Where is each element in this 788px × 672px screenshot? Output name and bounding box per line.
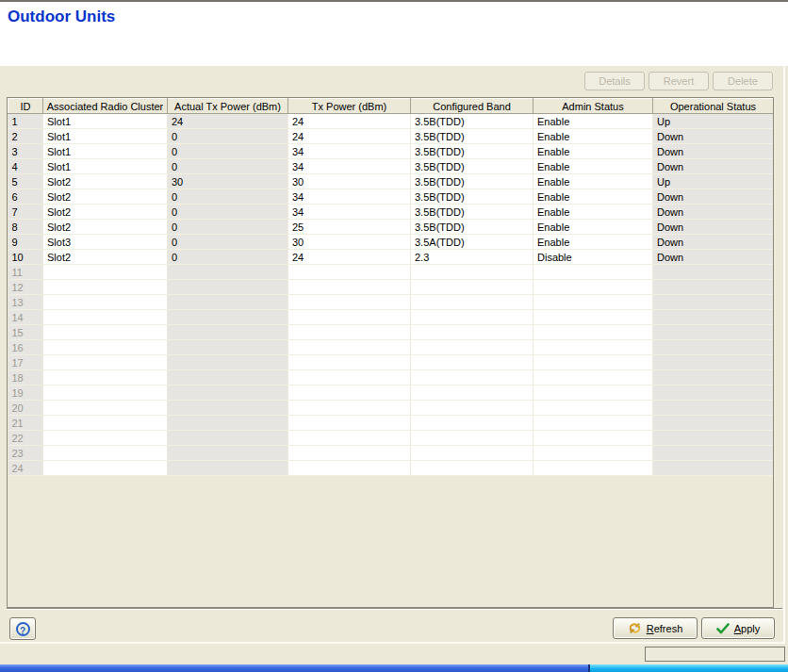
table-row[interactable]: 20	[8, 401, 774, 416]
cell-actual-tx-power[interactable]: 0	[168, 220, 288, 235]
cell-tx-power[interactable]: 25	[288, 220, 411, 235]
cell-id[interactable]: 9	[8, 235, 43, 250]
cell-tx-power[interactable]: 34	[288, 189, 411, 205]
cell-configured-band[interactable]: 3.5B(TDD)	[411, 114, 534, 129]
cell-associated-radio-cluster[interactable]: Slot1	[43, 129, 168, 144]
table-row[interactable]: 11	[8, 265, 774, 280]
cell-id[interactable]: 8	[8, 220, 43, 235]
cell-admin-status[interactable]: Enable	[534, 189, 653, 205]
cell-id[interactable]: 5	[8, 174, 43, 189]
cell-admin-status[interactable]: Enable	[534, 220, 653, 235]
cell-configured-band[interactable]: 3.5B(TDD)	[411, 144, 534, 159]
cell-actual-tx-power[interactable]: 0	[168, 205, 288, 220]
cell-associated-radio-cluster[interactable]: Slot2	[43, 220, 168, 235]
taskbar-button[interactable]	[590, 664, 788, 672]
cell-configured-band[interactable]: 3.5B(TDD)	[411, 129, 534, 144]
cell-operational-status[interactable]: Down	[653, 205, 774, 220]
cell-operational-status[interactable]: Up	[653, 114, 774, 129]
cell-actual-tx-power[interactable]: 24	[168, 114, 288, 129]
cell-configured-band[interactable]: 3.5B(TDD)	[411, 205, 534, 220]
cell-id[interactable]: 10	[8, 250, 43, 265]
cell-admin-status[interactable]: Enable	[534, 174, 653, 189]
table-row[interactable]: 3 Slot1 0 34 3.5B(TDD) Enable Down	[8, 144, 774, 159]
cell-admin-status[interactable]: Enable	[534, 159, 653, 174]
cell-admin-status[interactable]: Enable	[534, 235, 653, 250]
table-row[interactable]: 23	[8, 446, 774, 461]
cell-actual-tx-power[interactable]: 0	[168, 250, 288, 265]
cell-operational-status[interactable]: Down	[653, 235, 774, 250]
cell-configured-band[interactable]: 2.3	[411, 250, 534, 265]
column-header-operational-status[interactable]: Operational Status	[653, 99, 774, 114]
column-header-actual-tx-power[interactable]: Actual Tx Power (dBm)	[168, 99, 288, 114]
cell-id[interactable]: 2	[8, 129, 43, 144]
table-row[interactable]: 5 Slot2 30 30 3.5B(TDD) Enable Up	[8, 174, 774, 189]
table-row[interactable]: 16	[8, 340, 774, 355]
table-row[interactable]: 12	[8, 280, 774, 295]
cell-tx-power[interactable]: 34	[288, 205, 411, 220]
cell-tx-power[interactable]: 24	[288, 114, 411, 129]
cell-admin-status[interactable]: Enable	[534, 129, 653, 144]
cell-associated-radio-cluster[interactable]: Slot2	[43, 205, 168, 220]
cell-actual-tx-power[interactable]: 0	[168, 144, 288, 159]
cell-configured-band[interactable]: 3.5A(TDD)	[411, 235, 534, 250]
cell-tx-power[interactable]: 30	[288, 235, 411, 250]
cell-admin-status[interactable]: Enable	[534, 114, 653, 129]
cell-actual-tx-power[interactable]: 30	[168, 174, 288, 189]
table-row[interactable]: 18	[8, 370, 774, 385]
column-header-id[interactable]: ID	[8, 99, 43, 114]
table-row[interactable]: 7 Slot2 0 34 3.5B(TDD) Enable Down	[8, 205, 774, 220]
cell-admin-status[interactable]: Enable	[534, 144, 653, 159]
cell-admin-status[interactable]: Enable	[534, 205, 653, 220]
cell-associated-radio-cluster[interactable]: Slot2	[43, 189, 168, 205]
table-row[interactable]: 13	[8, 295, 774, 310]
cell-tx-power[interactable]: 24	[288, 250, 411, 265]
details-button[interactable]: Details	[584, 72, 645, 90]
table-row[interactable]: 15	[8, 325, 774, 340]
cell-configured-band[interactable]: 3.5B(TDD)	[411, 159, 534, 174]
cell-actual-tx-power[interactable]: 0	[168, 189, 288, 205]
cell-operational-status[interactable]: Down	[653, 220, 774, 235]
help-button[interactable]: ?	[9, 617, 36, 640]
apply-button[interactable]: Apply	[701, 617, 775, 639]
cell-operational-status[interactable]: Down	[653, 189, 774, 205]
table-row[interactable]: 2 Slot1 0 24 3.5B(TDD) Enable Down	[8, 129, 774, 144]
cell-id[interactable]: 6	[8, 189, 43, 205]
cell-tx-power[interactable]: 30	[288, 174, 411, 189]
cell-id[interactable]: 3	[8, 144, 43, 159]
cell-operational-status[interactable]: Down	[653, 159, 774, 174]
cell-configured-band[interactable]: 3.5B(TDD)	[411, 220, 534, 235]
table-row[interactable]: 21	[8, 416, 774, 431]
table-row[interactable]: 4 Slot1 0 34 3.5B(TDD) Enable Down	[8, 159, 774, 174]
delete-button[interactable]: Delete	[713, 72, 773, 90]
cell-operational-status[interactable]: Down	[653, 144, 774, 159]
table-row[interactable]: 17	[8, 355, 774, 370]
cell-id[interactable]: 4	[8, 159, 43, 174]
table-row[interactable]: 6 Slot2 0 34 3.5B(TDD) Enable Down	[8, 189, 774, 205]
table-row[interactable]: 1 Slot1 24 24 3.5B(TDD) Enable Up	[8, 114, 774, 129]
table-row[interactable]: 9 Slot3 0 30 3.5A(TDD) Enable Down	[8, 235, 774, 250]
cell-tx-power[interactable]: 34	[288, 159, 411, 174]
cell-tx-power[interactable]: 34	[288, 144, 411, 159]
cell-associated-radio-cluster[interactable]: Slot1	[43, 144, 168, 159]
table-row[interactable]: 8 Slot2 0 25 3.5B(TDD) Enable Down	[8, 220, 774, 235]
refresh-button[interactable]: Refresh	[613, 617, 698, 639]
cell-associated-radio-cluster[interactable]: Slot2	[43, 174, 168, 189]
column-header-tx-power[interactable]: Tx Power (dBm)	[288, 99, 411, 114]
cell-associated-radio-cluster[interactable]: Slot1	[43, 159, 168, 174]
cell-actual-tx-power[interactable]: 0	[168, 159, 288, 174]
table-row[interactable]: 24	[8, 461, 774, 476]
cell-id[interactable]: 7	[8, 205, 43, 220]
cell-id[interactable]: 1	[8, 114, 43, 129]
cell-operational-status[interactable]: Down	[653, 129, 774, 144]
cell-associated-radio-cluster[interactable]: Slot3	[43, 235, 168, 250]
cell-operational-status[interactable]: Down	[653, 250, 774, 265]
cell-admin-status[interactable]: Disable	[534, 250, 653, 265]
table-row[interactable]: 14	[8, 310, 774, 325]
cell-actual-tx-power[interactable]: 0	[168, 235, 288, 250]
cell-actual-tx-power[interactable]: 0	[168, 129, 288, 144]
revert-button[interactable]: Revert	[648, 72, 709, 90]
column-header-associated-radio-cluster[interactable]: Associated Radio Cluster	[43, 99, 168, 114]
cell-configured-band[interactable]: 3.5B(TDD)	[411, 174, 534, 189]
column-header-configured-band[interactable]: Configured Band	[411, 99, 534, 114]
table-row[interactable]: 22	[8, 431, 774, 446]
